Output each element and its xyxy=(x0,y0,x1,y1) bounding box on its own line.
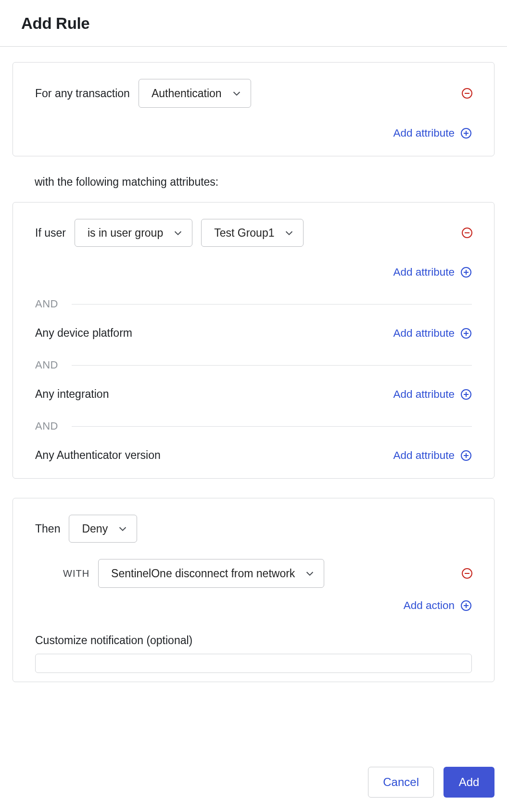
matching-card: If user is in user group Test Group1 xyxy=(13,202,494,479)
user-group-value: Test Group1 xyxy=(214,227,274,240)
add-attribute-label: Add attribute xyxy=(393,327,455,340)
then-select-value: Deny xyxy=(82,522,108,535)
customize-notification-input[interactable] xyxy=(35,654,472,673)
add-action[interactable]: Add action xyxy=(404,599,472,612)
add-attribute-user[interactable]: Add attribute xyxy=(393,266,472,279)
plus-circle-icon xyxy=(460,389,472,400)
user-condition-value: is in user group xyxy=(88,227,163,240)
action-card: Then Deny WITH SentinelOne disconnect fr… xyxy=(13,498,494,682)
add-attribute-label: Add attribute xyxy=(393,388,455,401)
page-title: Add Rule xyxy=(21,14,507,33)
add-attribute-device[interactable]: Add attribute xyxy=(393,327,472,340)
modal-header: Add Rule xyxy=(0,0,507,47)
and-text: AND xyxy=(35,359,58,371)
with-select-value: SentinelOne disconnect from network xyxy=(111,567,295,580)
footer-actions: Cancel Add xyxy=(368,767,494,798)
then-select[interactable]: Deny xyxy=(69,515,137,543)
user-label: If user xyxy=(35,227,66,240)
plus-circle-icon xyxy=(460,266,472,278)
user-condition-select[interactable]: is in user group xyxy=(75,219,192,247)
authenticator-version-text: Any Authenticator version xyxy=(35,449,161,462)
and-text: AND xyxy=(35,298,58,310)
device-platform-text: Any device platform xyxy=(35,327,132,340)
add-attribute-authver[interactable]: Add attribute xyxy=(393,449,472,462)
add-action-label: Add action xyxy=(404,599,455,612)
and-separator: AND xyxy=(35,298,472,310)
and-text: AND xyxy=(35,420,58,432)
chevron-down-icon xyxy=(284,228,294,238)
matching-caption: with the following matching attributes: xyxy=(35,176,494,189)
separator-line xyxy=(72,365,472,366)
transaction-select-value: Authentication xyxy=(152,87,222,100)
customize-notification-label: Customize notification (optional) xyxy=(35,634,472,647)
chevron-down-icon xyxy=(173,228,183,238)
chevron-down-icon xyxy=(117,523,128,534)
then-label: Then xyxy=(35,522,60,535)
transaction-select[interactable]: Authentication xyxy=(139,79,251,108)
add-attribute-integration[interactable]: Add attribute xyxy=(393,388,472,401)
with-label: WITH xyxy=(63,568,89,579)
add-attribute-transaction[interactable]: Add attribute xyxy=(393,127,472,140)
add-button[interactable]: Add xyxy=(444,767,494,798)
remove-transaction-icon[interactable] xyxy=(461,88,473,99)
and-separator: AND xyxy=(35,420,472,432)
separator-line xyxy=(72,304,472,304)
plus-circle-icon xyxy=(460,450,472,461)
user-group-select[interactable]: Test Group1 xyxy=(201,219,304,247)
remove-with-action-icon[interactable] xyxy=(461,568,473,579)
with-select[interactable]: SentinelOne disconnect from network xyxy=(98,559,324,588)
plus-circle-icon xyxy=(460,328,472,339)
remove-user-condition-icon[interactable] xyxy=(461,227,473,239)
separator-line xyxy=(72,426,472,427)
transaction-card: For any transaction Authentication Add a… xyxy=(13,62,494,156)
chevron-down-icon xyxy=(231,88,242,99)
plus-circle-icon xyxy=(460,600,472,611)
add-attribute-label: Add attribute xyxy=(393,127,455,140)
transaction-label: For any transaction xyxy=(35,87,130,100)
integration-text: Any integration xyxy=(35,388,109,401)
add-attribute-label: Add attribute xyxy=(393,266,455,279)
plus-circle-icon xyxy=(460,127,472,139)
add-attribute-label: Add attribute xyxy=(393,449,455,462)
and-separator: AND xyxy=(35,359,472,371)
chevron-down-icon xyxy=(304,568,315,579)
cancel-button[interactable]: Cancel xyxy=(368,767,434,798)
